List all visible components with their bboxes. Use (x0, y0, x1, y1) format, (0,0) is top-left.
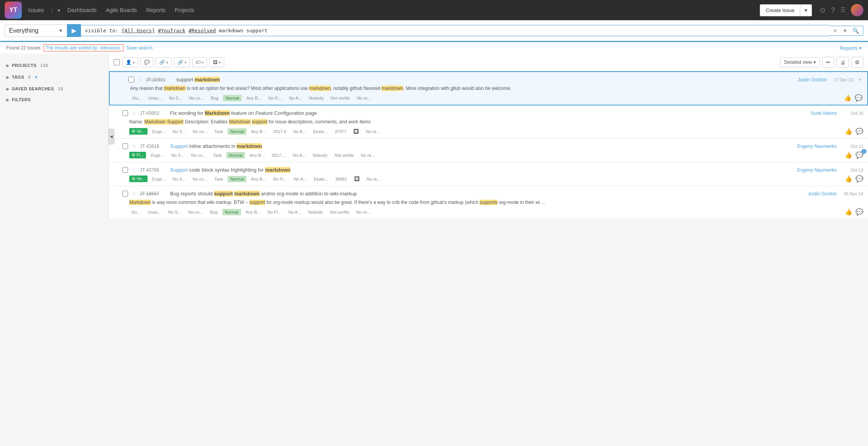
thumbs-up-icon[interactable]: 👍 (844, 94, 852, 102)
edit-button[interactable]: ✏ (822, 57, 834, 68)
notifications-icon[interactable]: ⊙ (820, 6, 826, 14)
settings-button[interactable]: ⚙ (851, 57, 863, 68)
issue-date: 17 Dec 13 (830, 77, 853, 82)
star-icon[interactable]: ☆ (137, 76, 143, 83)
comment-icon[interactable]: 💬 (856, 128, 863, 135)
issue-row-top: ☆ JT-18567 Bug reports should support ma… (114, 190, 863, 197)
highlight-text: support (214, 191, 233, 197)
issue-checkbox[interactable] (122, 191, 128, 197)
meta-sprint: No S... (169, 152, 187, 158)
save-search-link[interactable]: Save search. (127, 45, 154, 51)
comment-icon[interactable]: 💬 (856, 208, 863, 216)
issue-body: Any reason that markdown is not an optio… (130, 85, 863, 92)
thumbs-up-icon[interactable]: 👍 (845, 208, 852, 216)
star-icon[interactable]: ☆ (131, 166, 137, 174)
header: YT Issues | ▾ Dashboards Agile Boards Re… (0, 0, 868, 20)
sidebar-filters-header[interactable]: ▶ FILTERS (6, 97, 102, 102)
issue-author[interactable]: Scott Adams (811, 111, 837, 116)
search-bar: Everything ▼ ▶ visible to: {All Users} #… (0, 20, 868, 42)
search-clear-button[interactable]: ✕ (831, 26, 840, 35)
star-icon[interactable]: ☆ (131, 109, 137, 117)
sidebar-tags-header[interactable]: ▶ TAGS 9 + (6, 74, 102, 80)
meta-sprint: No S... (167, 95, 184, 101)
project-selector-arrow: ▼ (58, 28, 63, 33)
nav-agile[interactable]: Agile Boards (102, 5, 141, 16)
meta-priority-tag: ⚙ Fi... (129, 152, 146, 158)
meta-fixed: 2017.... (269, 152, 288, 158)
thumbs-up-icon[interactable]: 👍 (845, 175, 852, 183)
comment-icon[interactable]: 💬1 (856, 151, 863, 159)
issue-author[interactable]: Justin Gordon (808, 191, 837, 197)
tags-add-icon[interactable]: + (35, 74, 38, 80)
attach-dropdown-arrow: ▾ (184, 60, 186, 65)
avatar[interactable] (851, 4, 863, 16)
issue-checkbox[interactable] (128, 77, 134, 83)
help-icon[interactable]: ? (831, 6, 835, 14)
meta-verified: Not verifie (329, 95, 353, 101)
nav-reports[interactable]: Reports (142, 5, 169, 16)
thumbs-up-icon[interactable]: 👍 (845, 151, 852, 159)
thumbs-up-icon[interactable]: 👍 (845, 128, 852, 135)
link-button[interactable]: 🔗 ▾ (156, 57, 172, 67)
tag-button[interactable]: 🏷 ▾ (192, 57, 207, 67)
meta-review: No re... (358, 152, 377, 158)
comment-icon[interactable]: 💬 (855, 94, 863, 102)
saved-searches-label: SAVED SEARCHES (12, 86, 54, 91)
tag-icon: 🏷 (196, 60, 200, 65)
expand-icon[interactable]: ▼ (858, 77, 863, 83)
reports-link[interactable]: Reports ▾ (840, 45, 862, 51)
sidebar-projects-section: ▶ PROJECTS 128 (0, 60, 109, 71)
nav-projects[interactable]: Projects (171, 5, 199, 16)
search-submit-button[interactable]: 🔍 (850, 26, 861, 35)
comment-icon[interactable]: 💬 (856, 175, 863, 183)
select-all-checkbox[interactable] (114, 59, 120, 65)
comment-button[interactable]: 💬 (141, 57, 153, 67)
issue-id: JT-18567 (140, 191, 167, 197)
attach-button[interactable]: 🔗 ▾ (174, 57, 190, 67)
issues-nav-label[interactable]: Issues (25, 5, 47, 16)
sidebar-projects-header[interactable]: ▶ PROJECTS 128 (6, 63, 102, 68)
issues-dropdown[interactable]: ▾ (58, 7, 60, 13)
meta-sprint: No S... (170, 128, 188, 135)
meta-version: Any B... (244, 95, 264, 101)
star-icon[interactable]: ☆ (131, 142, 137, 150)
issue-checkbox[interactable] (122, 167, 128, 173)
issue-author[interactable]: Evgeny Naumenko (798, 167, 837, 173)
body-highlight: supports (480, 200, 497, 205)
issue-author[interactable]: Justin Gordon (798, 77, 827, 83)
meta-assignee: Unas... (146, 95, 164, 101)
issue-list: ⋮⋮ ☆ JT-22911 support markdown Justin Go… (109, 71, 868, 219)
body-highlight: support (250, 200, 265, 205)
star-icon[interactable]: ☆ (131, 190, 137, 197)
more-button[interactable]: 🖼 ▾ (209, 57, 224, 67)
create-issue-dropdown-arrow[interactable]: ▼ (800, 5, 812, 16)
issue-body: Name: Markdown Support Description: Enab… (129, 118, 863, 125)
issue-row-top: ☆ JT-43769 Support code block syntax hig… (114, 166, 863, 174)
search-go-button[interactable]: ▶ (67, 24, 81, 37)
drag-handle-icon[interactable]: ⋮⋮ (114, 77, 125, 83)
issue-title: Bug reports should support markdown and/… (170, 191, 805, 197)
meta-actions: 👍 💬1 (845, 151, 863, 159)
sorted-by-label[interactable]: The results are sorted by: relevance. (44, 44, 123, 51)
assignee-button[interactable]: 👤 ▾ (122, 57, 138, 67)
project-selector[interactable]: Everything ▼ (5, 25, 67, 37)
sidebar-collapse-toggle[interactable]: ◀ (108, 129, 114, 144)
issue-meta: Du... Unas... No S... No co... Bug Norma… (130, 94, 863, 102)
search-input[interactable]: visible to: {All Users} #YouTrack #Resol… (81, 25, 829, 36)
meta-type: Task (212, 176, 226, 182)
issue-date: Oct 20 (840, 111, 863, 116)
print-button[interactable]: 🖨 (836, 57, 849, 68)
nav-dashboards[interactable]: Dashboards (63, 5, 101, 16)
meta-priority: Normal (227, 152, 245, 158)
issue-author[interactable]: Evgeny Naumenko (798, 144, 837, 149)
apps-icon[interactable]: ⠿ (840, 6, 845, 14)
issue-checkbox[interactable] (122, 143, 128, 149)
issue-checkbox[interactable] (122, 110, 128, 116)
sidebar-saved-searches-header[interactable]: ▶ SAVED SEARCHES 18 (6, 86, 102, 91)
create-issue-button[interactable]: Create Issue ▼ (760, 4, 812, 16)
search-dropdown-button[interactable]: ▼ (840, 26, 850, 35)
meta-fixed: No Fi... (271, 176, 289, 182)
detailed-view-button[interactable]: Detailed view ▾ (780, 57, 820, 67)
results-bar-right: Reports ▾ (840, 45, 862, 51)
table-row: ⋮⋮ ☆ JT-22911 support markdown Justin Go… (109, 71, 868, 105)
